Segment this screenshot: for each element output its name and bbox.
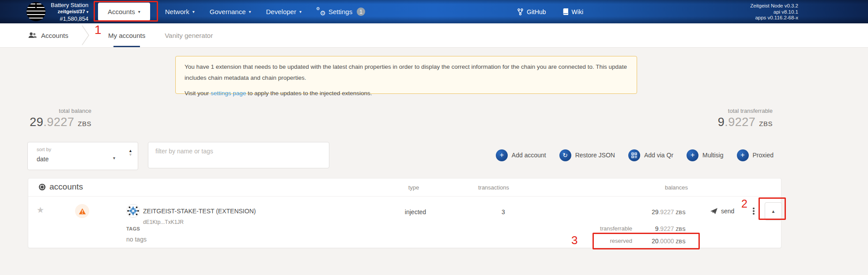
menu-governance[interactable]: Governance ▾ [210, 8, 251, 15]
caret-down-icon: ▾ [249, 9, 251, 14]
dot-circle-icon [39, 184, 45, 190]
transferrable-label: transferrable [600, 225, 632, 232]
polkadot-apps-page: Battery Station zeitgeist/37 ▾ #1,580,85… [0, 0, 868, 275]
menu-developer[interactable]: Developer ▾ [266, 8, 302, 15]
book-icon [563, 8, 568, 15]
best-block-number: #1,580,854 [51, 15, 88, 22]
external-links: GitHub Wiki [517, 0, 583, 23]
gear-icon: ⚙⚙ [317, 8, 325, 16]
filter-input[interactable] [148, 142, 329, 168]
apps-version: apps v0.116.2-68-x [750, 15, 798, 21]
chain-network[interactable]: zeitgeist/37 ▾ [51, 8, 88, 15]
caret-down-icon: ▾ [299, 9, 302, 14]
total-transferrable-summary: total transferrable 9.9227 ZBS [676, 108, 773, 129]
total-balance-label: total balance [15, 108, 91, 114]
reserved-label: reserved [610, 238, 632, 244]
tags-value: no tags [126, 236, 147, 243]
node-version-info: Zeitgeist Node v0.3.2 api v8.10.1 apps v… [750, 3, 798, 21]
sort-by-select[interactable]: sort by date ▾ ▲ ▼ [27, 142, 138, 170]
table-title: accounts [39, 182, 83, 192]
total-balance-value: 29.9227 ZBS [15, 115, 91, 129]
caret-down-icon: ▾ [192, 9, 195, 14]
account-type: injected [389, 208, 442, 216]
caret-up-icon: ▲ [771, 209, 776, 214]
restore-json-button[interactable]: ↻ Restore JSON [559, 149, 615, 161]
proxied-button[interactable]: + Proxied [737, 149, 774, 161]
caret-down-icon: ▾ [138, 9, 140, 14]
add-account-button[interactable]: + Add account [496, 149, 546, 161]
chain-info: Battery Station zeitgeist/37 ▾ #1,580,85… [51, 2, 88, 22]
top-nav-bar: Battery Station zeitgeist/37 ▾ #1,580,85… [0, 0, 868, 23]
tags-label: TAGS [126, 226, 140, 231]
menu-settings[interactable]: ⚙⚙ Settings 1 [317, 7, 365, 16]
chain-selector[interactable]: Battery Station zeitgeist/37 ▾ #1,580,85… [26, 0, 88, 23]
paper-plane-icon [710, 208, 717, 214]
page-tabs: My accounts Vanity generator [108, 23, 213, 47]
wiki-link[interactable]: Wiki [563, 8, 583, 15]
warning-icon[interactable] [75, 204, 89, 218]
api-version: api v8.10.1 [750, 9, 798, 15]
sort-by-label: sort by [37, 147, 51, 152]
users-icon [28, 32, 37, 38]
sync-icon: ↻ [559, 149, 571, 161]
sort-by-value: date [37, 156, 49, 163]
qr-icon [628, 149, 640, 161]
total-transferrable-value: 9.9227 ZBS [676, 115, 773, 129]
git-fork-icon [517, 8, 523, 15]
accounts-table: accounts type transactions balances ★ [28, 178, 781, 248]
transferrable-value: 9.9227 ZBS [655, 225, 686, 232]
tab-my-accounts[interactable]: My accounts [108, 23, 145, 47]
multisig-button[interactable]: + Multisig [687, 149, 723, 161]
caret-down-icon: ▾ [113, 156, 115, 160]
account-balance: 29.9227 ZBS [652, 208, 686, 216]
transaction-count: 3 [477, 208, 530, 216]
column-header-balances: balances [650, 184, 703, 191]
caret-down-icon: ▾ [87, 10, 89, 14]
favorite-star-icon[interactable]: ★ [37, 205, 44, 215]
tab-bar: Accounts My accounts Vanity generator [0, 23, 868, 48]
caret-down-icon: ▼ [128, 153, 132, 157]
plus-icon: + [737, 149, 749, 161]
banner-text: You have 1 extension that needs to be up… [185, 62, 628, 84]
tab-vanity-generator[interactable]: Vanity generator [165, 23, 213, 47]
breadcrumb: Accounts [28, 23, 68, 47]
extension-update-banner: You have 1 extension that needs to be up… [175, 56, 637, 94]
send-button[interactable]: send [710, 208, 734, 215]
column-header-transactions: transactions [467, 184, 520, 191]
account-identicon[interactable] [126, 204, 140, 218]
chevron-separator-icon [81, 25, 91, 46]
banner-text-2: Visit your settings page to apply the up… [185, 88, 628, 99]
plus-icon: + [687, 149, 698, 161]
settings-badge: 1 [357, 7, 365, 16]
zeitgeist-logo-icon [26, 2, 45, 21]
account-actions: + Add account ↻ Restore JSON Add via Qr [496, 142, 774, 168]
github-link[interactable]: GitHub [517, 8, 546, 15]
plus-icon: + [496, 149, 508, 161]
add-via-qr-button[interactable]: Add via Qr [628, 149, 673, 161]
menu-network[interactable]: Network ▾ [165, 8, 195, 15]
reserved-value: 20.0000 ZBS [652, 238, 686, 245]
node-version: Zeitgeist Node v0.3.2 [750, 3, 798, 9]
chain-name: Battery Station [51, 2, 88, 8]
table-header: accounts type transactions balances [28, 178, 781, 197]
total-balance-summary: total balance 29.9227 ZBS [15, 108, 91, 129]
menu-accounts[interactable]: Accounts ▾ [98, 3, 150, 21]
collapse-row-button[interactable]: ▲ [765, 202, 782, 220]
account-name[interactable]: ZEITGEIST-STAKE-TEST (EXTENSION) [143, 208, 256, 215]
breadcrumb-label: Accounts [41, 32, 68, 39]
sort-direction-toggle[interactable]: ▲ ▼ [128, 149, 132, 157]
settings-page-link[interactable]: settings page [211, 90, 246, 97]
column-header-type: type [387, 184, 440, 191]
filter-field [148, 142, 329, 168]
account-menu-button[interactable] [752, 207, 755, 216]
total-transferrable-label: total transferrable [676, 108, 773, 114]
main-menu: Accounts ▾ Network ▾ Governance ▾ Develo… [98, 0, 365, 23]
account-address[interactable]: dE1Ktp...TxK1JR [143, 219, 184, 225]
